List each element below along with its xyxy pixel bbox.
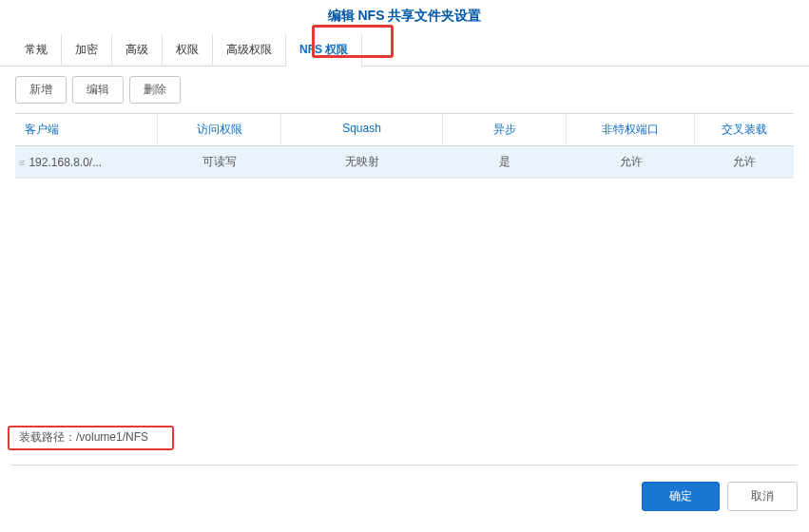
cell-squash: 无映射 (281, 146, 443, 178)
nfs-table: 客户端 访问权限 Squash 异步 非特权端口 交叉装载 ≡ 192.168.… (15, 113, 794, 179)
tab-general[interactable]: 常规 (11, 34, 62, 66)
col-client[interactable]: 客户端 (15, 114, 158, 145)
toolbar: 新增 编辑 删除 (0, 66, 809, 113)
col-squash[interactable]: Squash (281, 114, 443, 145)
mount-value: /volume1/NFS (76, 430, 148, 444)
tab-permission[interactable]: 权限 (163, 34, 213, 66)
cell-cross: 允许 (695, 146, 794, 178)
col-access[interactable]: 访问权限 (158, 114, 281, 145)
cell-client-text: 192.168.8.0/... (29, 156, 102, 169)
tab-nfs-permission[interactable]: NFS 权限 (286, 34, 362, 66)
delete-button[interactable]: 删除 (129, 76, 181, 104)
edit-button[interactable]: 编辑 (72, 76, 124, 104)
mount-label: 装载路径： (19, 430, 76, 444)
footer: 确定 取消 (642, 482, 798, 511)
add-button[interactable]: 新增 (15, 76, 67, 104)
mount-path: 装载路径：/volume1/NFS (11, 424, 156, 451)
dialog-title: 编辑 NFS 共享文件夹设置 (0, 0, 809, 34)
cell-client: ≡ 192.168.8.0/... (15, 146, 158, 178)
table-header: 客户端 访问权限 Squash 异步 非特权端口 交叉装载 (15, 113, 794, 146)
table-row[interactable]: ≡ 192.168.8.0/... 可读写 无映射 是 允许 允许 (15, 146, 794, 179)
tab-bar: 常规 加密 高级 权限 高级权限 NFS 权限 (0, 34, 809, 66)
footer-separator (11, 465, 798, 466)
cell-port: 允许 (567, 146, 695, 178)
col-async[interactable]: 异步 (443, 114, 567, 145)
tab-encrypt[interactable]: 加密 (62, 34, 112, 66)
cancel-button[interactable]: 取消 (727, 482, 798, 511)
col-port[interactable]: 非特权端口 (567, 114, 695, 145)
cell-access: 可读写 (158, 146, 281, 178)
drag-grip-icon: ≡ (19, 157, 23, 168)
tab-advanced[interactable]: 高级 (112, 34, 163, 66)
cell-async: 是 (443, 146, 567, 178)
tab-adv-permission[interactable]: 高级权限 (213, 34, 286, 66)
col-cross[interactable]: 交叉装载 (695, 114, 794, 145)
ok-button[interactable]: 确定 (642, 482, 720, 511)
